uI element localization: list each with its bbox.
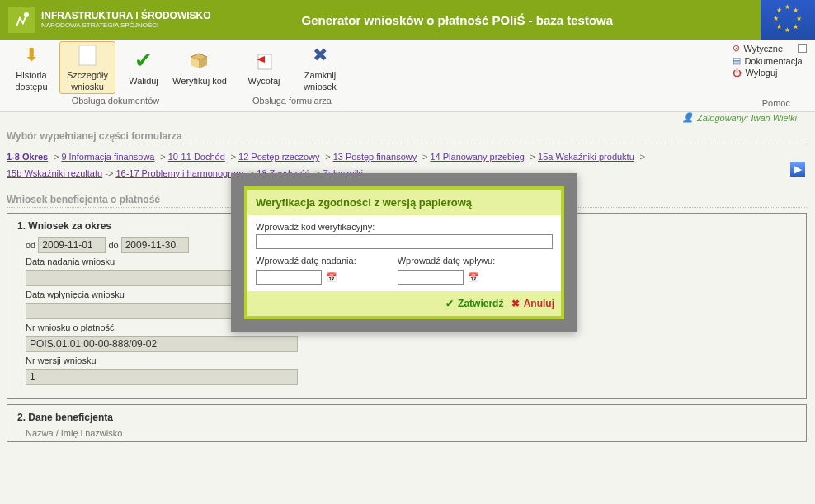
wyloguj-link[interactable]: ⏻ Wyloguj	[733, 68, 807, 78]
check-icon: ✔	[445, 298, 454, 309]
user-icon: 👤	[682, 112, 694, 123]
book-icon	[187, 49, 212, 73]
ribbon: ⬇ Historia dostępu Szczegóły wniosku ✔ W…	[0, 40, 815, 112]
logged-user: 👤 Zalogowany: Iwan Wielki	[682, 112, 797, 123]
modal-data-wpl-input[interactable]	[398, 270, 464, 285]
modal-weryfikacja: Weryfikacja zgodności z wersją papierową…	[231, 173, 577, 332]
x-icon: ✖	[511, 298, 520, 309]
nav-item[interactable]: 9 Informacja finansowa	[61, 152, 154, 162]
do-date-input[interactable]	[121, 237, 189, 253]
app-title: Generator wniosków o płatność POIiŚ - ba…	[302, 13, 614, 27]
calendar-icon[interactable]: 📅	[325, 271, 338, 284]
check-icon: ✔	[131, 49, 156, 73]
eu-flag-icon: ★★★ ★★★ ★★	[761, 0, 815, 40]
logout-icon: ⏻	[733, 68, 742, 78]
modal-data-nad-input[interactable]	[256, 270, 322, 285]
nr-wersji-input[interactable]	[26, 369, 298, 385]
nr-wniosku-input[interactable]	[26, 336, 298, 352]
logo-text-top: INFRASTRUKTURA I ŚRODOWISKO	[41, 11, 211, 21]
form-heading-2: 2. Dane beneficjenta	[17, 412, 796, 423]
waliduj-button[interactable]: ✔ Waliduj	[115, 41, 172, 94]
modal-kod-input[interactable]	[256, 234, 553, 249]
nav-item[interactable]: 12 Postęp rzeczowy	[238, 152, 319, 162]
nav-item[interactable]: 16-17 Problemy i harmonogram	[115, 168, 243, 178]
calendar-icon[interactable]: 📅	[467, 271, 480, 284]
download-icon: ⬇	[19, 43, 44, 68]
zamknij-button[interactable]: ✖ Zamknij wniosek	[292, 41, 348, 94]
svg-rect-1	[79, 45, 96, 65]
play-next-button[interactable]	[790, 162, 805, 177]
logo-area: INFRASTRUKTURA I ŚRODOWISKO NARODOWA STR…	[8, 7, 211, 33]
undo-icon	[252, 49, 276, 73]
nr-wersji-label: Nr wersji wniosku	[17, 356, 796, 365]
nav-item[interactable]: 15a Wskaźniki produktu	[538, 152, 634, 162]
weryfikuj-button[interactable]: Weryfikuj kod	[172, 41, 228, 94]
stop-icon: ⊘	[733, 43, 740, 54]
nav-item[interactable]: 15b Wskaźniki rezultatu	[7, 168, 102, 178]
close-icon: ✖	[308, 43, 332, 68]
wytyczne-link[interactable]: ⊘ Wytyczne	[733, 43, 807, 54]
logo-icon	[8, 7, 35, 33]
wycofaj-button[interactable]: Wycofaj	[236, 41, 292, 94]
historia-button[interactable]: ⬇ Historia dostępu	[3, 41, 59, 94]
ribbon-group1-label: Obsługa dokumentów	[72, 96, 159, 106]
form-box-2: 2. Dane beneficjenta Nazwa / Imię i nazw…	[7, 404, 807, 442]
modal-cancel-button[interactable]: ✖ Anuluj	[511, 298, 554, 309]
modal-title: Weryfikacja zgodności z wersją papierową	[247, 190, 561, 215]
top-banner: INFRASTRUKTURA I ŚRODOWISKO NARODOWA STR…	[0, 0, 815, 40]
nav-item[interactable]: 10-11 Dochód	[168, 152, 225, 162]
wytyczne-checkbox[interactable]	[798, 44, 807, 53]
nav-item[interactable]: 14 Planowany przebieg	[430, 152, 524, 162]
ribbon-group2-label: Obsługa formularza	[252, 96, 332, 106]
section-wybor: Wybór wypełnianej części formularza	[7, 130, 807, 144]
modal-ok-button[interactable]: ✔ Zatwierdź	[445, 298, 504, 309]
logo-text-sub: NARODOWA STRATEGIA SPÓJNOŚCI	[41, 21, 211, 29]
svg-point-0	[25, 13, 28, 16]
dokumentacja-link[interactable]: ▤ Dokumentacja	[733, 55, 807, 66]
book-small-icon: ▤	[733, 55, 741, 66]
modal-kod-label: Wprowadź kod weryfikacyjny:	[256, 222, 553, 232]
nav-current[interactable]: 1-8 Okres	[7, 152, 48, 162]
modal-data-nad-label: Wprowadź datę nadania:	[256, 256, 356, 266]
help-label: Pomoc	[762, 98, 790, 108]
modal-data-wpl-label: Wprowadź datę wpływu:	[398, 256, 496, 266]
document-icon	[75, 43, 100, 68]
od-date-input[interactable]	[38, 237, 106, 253]
nav-item[interactable]: 13 Postęp finansowy	[333, 152, 417, 162]
szczegoly-button[interactable]: Szczegóły wniosku	[59, 41, 115, 94]
form-subheading-2: Nazwa / Imię i nazwisko	[17, 428, 796, 438]
